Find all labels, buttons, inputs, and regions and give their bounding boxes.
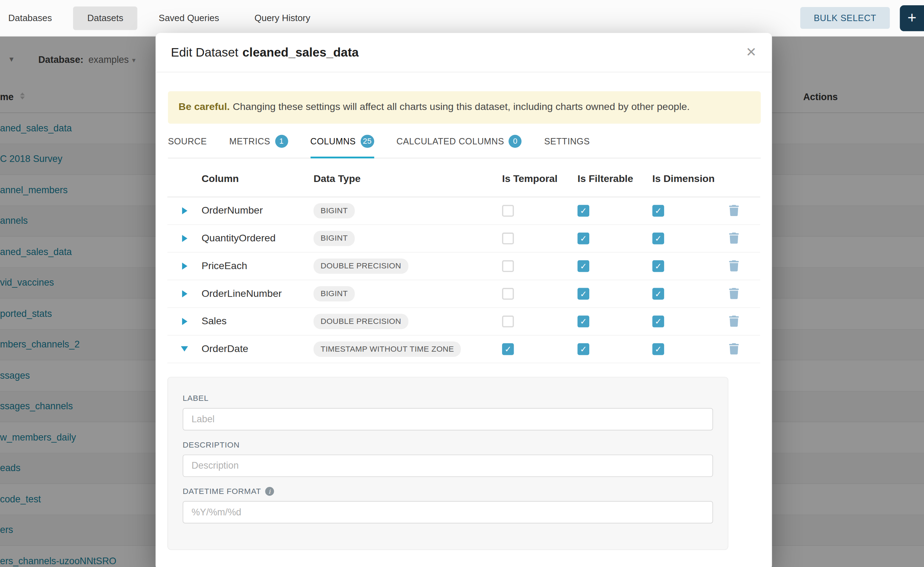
- column-row: PriceEach DOUBLE PRECISION: [167, 252, 760, 280]
- datetime-format-field-label: DATETIME FORMATi: [183, 486, 712, 495]
- is-temporal-checkbox[interactable]: [502, 260, 514, 272]
- modal-tab-label: METRICS: [229, 136, 270, 146]
- data-type-pill: DOUBLE PRECISION: [314, 314, 408, 329]
- is-dimension-header: Is Dimension: [652, 173, 729, 185]
- column-row: OrderDate TIMESTAMP WITHOUT TIME ZONE: [167, 336, 760, 363]
- topbar-tab-label: Saved Queries: [159, 13, 219, 22]
- data-type-pill: BIGINT: [314, 286, 355, 302]
- is-dimension-checkbox[interactable]: [652, 288, 664, 300]
- is-filterable-checkbox[interactable]: [577, 232, 589, 244]
- delete-column-icon[interactable]: [729, 260, 739, 272]
- column-name: PriceEach: [202, 260, 313, 272]
- is-dimension-checkbox[interactable]: [652, 260, 664, 272]
- is-filterable-checkbox[interactable]: [577, 205, 589, 217]
- column-row: Sales DOUBLE PRECISION: [167, 308, 760, 336]
- column-row: QuantityOrdered BIGINT: [167, 225, 760, 253]
- modal-tab-columns[interactable]: COLUMNS25: [310, 135, 374, 158]
- modal-title: Edit Datasetcleaned_sales_data: [171, 45, 359, 59]
- bulk-select-button[interactable]: BULK SELECT: [800, 7, 890, 29]
- modal-header: Edit Datasetcleaned_sales_data ✕: [155, 33, 772, 72]
- is-temporal-checkbox[interactable]: [502, 315, 514, 327]
- topbar-tabs: DatabasesDatasetsSaved QueriesQuery Hist…: [0, 0, 325, 36]
- is-temporal-header: Is Temporal: [502, 173, 578, 185]
- warning-banner-bold: Be careful.: [179, 101, 230, 112]
- description-field-label: DESCRIPTION: [183, 440, 712, 449]
- delete-column-icon[interactable]: [729, 288, 739, 299]
- topbar-tab-label: Datasets: [87, 13, 123, 22]
- datetime-format-field: DATETIME FORMATi: [183, 486, 712, 523]
- tab-count-badge: 1: [275, 135, 288, 147]
- columns-table-header: Column Data Type Is Temporal Is Filterab…: [167, 162, 760, 197]
- warning-banner-text: Changing these settings will affect all …: [233, 101, 690, 112]
- modal-tabs: SOURCEMETRICS1COLUMNS25CALCULATED COLUMN…: [168, 135, 761, 158]
- is-dimension-checkbox[interactable]: [652, 343, 664, 355]
- topbar-tab-query-history[interactable]: Query History: [241, 6, 325, 30]
- datetime-format-input[interactable]: [183, 501, 713, 524]
- is-temporal-checkbox[interactable]: [502, 288, 514, 300]
- topbar-tab-databases[interactable]: Databases: [0, 6, 66, 30]
- topbar-tab-datasets[interactable]: Datasets: [73, 6, 137, 30]
- modal-tab-label: COLUMNS: [310, 136, 356, 146]
- modal-title-prefix: Edit Dataset: [171, 45, 238, 59]
- is-filterable-checkbox[interactable]: [577, 343, 589, 355]
- topbar-actions: BULK SELECT +: [800, 0, 924, 36]
- modal-tab-label: CALCULATED COLUMNS: [397, 136, 504, 146]
- data-type-pill: TIMESTAMP WITHOUT TIME ZONE: [314, 341, 461, 357]
- top-navigation: DatabasesDatasetsSaved QueriesQuery Hist…: [0, 0, 924, 36]
- is-dimension-checkbox[interactable]: [652, 205, 664, 217]
- add-dataset-button[interactable]: +: [900, 5, 924, 31]
- column-name: Sales: [202, 315, 313, 327]
- is-filterable-checkbox[interactable]: [577, 315, 589, 327]
- delete-column-icon[interactable]: [729, 316, 739, 327]
- delete-column-icon[interactable]: [729, 343, 739, 354]
- modal-tab-label: SETTINGS: [544, 136, 590, 146]
- label-input[interactable]: [183, 408, 713, 430]
- modal-tab-calculated-columns[interactable]: CALCULATED COLUMNS0: [397, 135, 522, 158]
- column-name: OrderDate: [202, 343, 313, 355]
- is-filterable-header: Is Filterable: [577, 173, 652, 185]
- description-field: DESCRIPTION: [183, 440, 712, 477]
- expand-caret-icon[interactable]: [182, 290, 187, 297]
- is-filterable-checkbox[interactable]: [577, 260, 589, 272]
- data-type-pill: DOUBLE PRECISION: [314, 258, 408, 274]
- expand-caret-icon[interactable]: [182, 318, 187, 325]
- delete-column-icon[interactable]: [729, 205, 739, 216]
- is-temporal-checkbox[interactable]: [502, 343, 514, 355]
- description-input[interactable]: [183, 454, 713, 477]
- tab-count-badge: 25: [360, 135, 374, 147]
- edit-dataset-modal: Edit Datasetcleaned_sales_data ✕ Be care…: [155, 33, 772, 567]
- expand-caret-icon[interactable]: [182, 235, 187, 242]
- tab-count-badge: 0: [509, 135, 522, 147]
- column-row: OrderNumber BIGINT: [167, 197, 760, 225]
- expand-caret-icon[interactable]: [182, 262, 187, 270]
- column-name: OrderLineNumber: [202, 288, 313, 300]
- expand-caret-icon[interactable]: [182, 207, 187, 214]
- modal-tab-label: SOURCE: [168, 136, 207, 146]
- columns-table: Column Data Type Is Temporal Is Filterab…: [167, 162, 760, 363]
- info-icon[interactable]: i: [265, 486, 274, 495]
- is-temporal-checkbox[interactable]: [502, 232, 514, 244]
- is-dimension-checkbox[interactable]: [652, 232, 664, 244]
- column-name: OrderNumber: [202, 205, 313, 217]
- delete-column-icon[interactable]: [729, 232, 739, 244]
- warning-banner: Be careful.Changing these settings will …: [168, 92, 761, 124]
- is-temporal-checkbox[interactable]: [502, 205, 514, 217]
- expand-caret-icon[interactable]: [181, 346, 188, 352]
- app-root: ▾ Database: examples ▾ me Actions aned_s…: [0, 0, 924, 567]
- modal-tab-source[interactable]: SOURCE: [168, 135, 207, 158]
- topbar-tab-label: Databases: [8, 13, 52, 22]
- close-icon[interactable]: ✕: [746, 46, 757, 59]
- column-editor-panel: LABEL DESCRIPTION DATETIME FORMATi: [167, 376, 728, 550]
- column-name: QuantityOrdered: [202, 232, 313, 244]
- label-field-label: LABEL: [183, 394, 712, 403]
- dataset-name: cleaned_sales_data: [242, 45, 359, 59]
- column-header: Column: [202, 173, 313, 185]
- data-type-pill: BIGINT: [314, 231, 355, 246]
- is-dimension-checkbox[interactable]: [652, 315, 664, 327]
- is-filterable-checkbox[interactable]: [577, 288, 589, 300]
- modal-tab-metrics[interactable]: METRICS1: [229, 135, 288, 158]
- topbar-tab-saved-queries[interactable]: Saved Queries: [144, 6, 233, 30]
- modal-tab-settings[interactable]: SETTINGS: [544, 135, 590, 158]
- columns-table-rows: OrderNumber BIGINT QuantityOrdered BIGIN…: [167, 197, 760, 363]
- data-type-pill: BIGINT: [314, 203, 355, 219]
